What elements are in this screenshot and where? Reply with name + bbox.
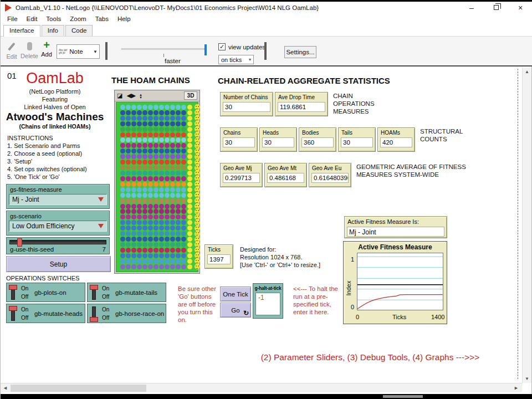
switch-gb-horse-race-on[interactable]: OnOffgb-horse-race-on bbox=[87, 304, 166, 323]
hoam-body-dot bbox=[181, 171, 186, 176]
world-resize-corner-icon[interactable]: ◪ bbox=[117, 92, 122, 99]
settings-button[interactable]: Settings... bbox=[284, 46, 316, 58]
widget-type-dropdown[interactable]: Abc defghi jkl Note ▼ bbox=[57, 44, 100, 59]
hoam-body-dot bbox=[170, 209, 175, 214]
monitor-label: Chains bbox=[223, 130, 255, 136]
update-mode-dropdown[interactable]: on ticks ▾ bbox=[218, 55, 254, 64]
hoam-tail-dot bbox=[187, 220, 192, 225]
scroll-left-icon[interactable]: ◄ bbox=[3, 385, 8, 391]
world-resize-vertical-icon[interactable]: ▴▾ bbox=[140, 93, 142, 99]
hoam-body-dot bbox=[126, 132, 131, 137]
view-updates-checkbox[interactable]: ✓ view updates bbox=[218, 43, 265, 50]
hoam-tail-dot bbox=[187, 253, 192, 258]
vertical-scrollbar[interactable]: ▲ ▼ bbox=[522, 68, 531, 383]
hoam-body-dot bbox=[176, 137, 181, 142]
switch-handle[interactable] bbox=[9, 306, 17, 311]
menu-tools[interactable]: Tools bbox=[42, 14, 65, 23]
hoam-body-dot bbox=[181, 165, 186, 170]
menu-edit[interactable]: Edit bbox=[22, 14, 42, 23]
hoam-body-dot bbox=[154, 242, 158, 247]
instruction-item: 4. Set ops switches (optional) bbox=[7, 165, 87, 173]
close-button[interactable]: × bbox=[508, 2, 532, 13]
delete-tool-button[interactable]: Delete bbox=[21, 42, 38, 59]
hoam-body-dot bbox=[142, 253, 147, 258]
switch-gb-plots-on[interactable]: OnOffgb-plots-on bbox=[6, 283, 85, 302]
hoam-head-smiley bbox=[195, 203, 200, 209]
scroll-up-icon[interactable]: ▲ bbox=[523, 69, 531, 74]
hoam-body-dot bbox=[126, 160, 131, 165]
switch-handle[interactable] bbox=[90, 285, 98, 290]
hoam-body-dot bbox=[159, 237, 164, 242]
hoam-head-smiley bbox=[195, 237, 200, 242]
setup-button[interactable]: Setup bbox=[6, 256, 111, 272]
hoam-tail-dot bbox=[187, 149, 192, 154]
minimize-button[interactable]: – bbox=[459, 2, 484, 13]
menu-zoom[interactable]: Zoom bbox=[65, 14, 90, 23]
chooser-select[interactable]: Low Odum Efficiency bbox=[9, 221, 107, 232]
hoam-body-dot bbox=[170, 127, 175, 132]
chooser-value: Mj - Joint bbox=[12, 196, 39, 203]
tab-code[interactable]: Code bbox=[65, 25, 93, 36]
switch-handle[interactable] bbox=[90, 317, 98, 322]
world-resize-horizontal-icon[interactable]: ◀▶ bbox=[126, 92, 136, 99]
scroll-right-icon[interactable]: ► bbox=[514, 385, 519, 391]
restore-button[interactable] bbox=[484, 2, 508, 13]
active-fitness-measure-plot: Active Fitness Measure 1 0 Index 0 Ticks… bbox=[343, 241, 447, 324]
hoam-body-dot bbox=[176, 214, 181, 219]
world-view: ◪ ◀▶ ▴▾ 3D bbox=[114, 90, 200, 274]
hoam-body-dot bbox=[181, 209, 186, 214]
y-axis-tick-0: 0 bbox=[351, 304, 354, 310]
hoam-tail-dot bbox=[187, 264, 192, 269]
switch-gb-mutate-tails[interactable]: OnOffgb-mutate-tails bbox=[87, 283, 166, 302]
menu-file[interactable]: File bbox=[3, 14, 22, 23]
horizontal-scrollbar[interactable]: ◄ ► bbox=[1, 383, 522, 392]
edit-tool-button[interactable]: Edit bbox=[4, 42, 19, 60]
tab-info[interactable]: Info bbox=[42, 25, 64, 36]
speed-slider-handle[interactable] bbox=[204, 44, 207, 55]
hoam-body-dot bbox=[142, 231, 147, 236]
scroll-down-icon[interactable]: ▼ bbox=[523, 376, 531, 381]
add-widget-button[interactable]: + Add bbox=[39, 40, 54, 58]
world-3d-button[interactable]: 3D bbox=[184, 91, 197, 100]
hoam-chain-row bbox=[116, 121, 198, 126]
tab-interface[interactable]: Interface bbox=[3, 25, 40, 37]
chooser-select[interactable]: Mj - Joint bbox=[9, 194, 107, 205]
hoam-chain-row bbox=[116, 105, 198, 110]
halt-at-tick-input[interactable]: -1 bbox=[255, 293, 280, 315]
menu-help[interactable]: Help bbox=[113, 14, 135, 23]
one-tick-button[interactable]: One Tick bbox=[220, 287, 251, 301]
switch-onoff-labels: OnOff bbox=[102, 284, 109, 301]
hoam-body-dot bbox=[176, 187, 181, 192]
speed-slider-track[interactable] bbox=[121, 48, 204, 50]
horizontal-scrollbar-thumb[interactable] bbox=[11, 385, 146, 392]
hoam-body-dot bbox=[170, 226, 175, 231]
hoam-body-dot bbox=[159, 143, 164, 148]
world-canvas[interactable] bbox=[116, 102, 198, 272]
switch-handle[interactable] bbox=[9, 285, 17, 290]
hoam-body-dot bbox=[126, 187, 131, 192]
hoam-body-dot bbox=[181, 132, 186, 137]
fitness-plot-canvas bbox=[357, 253, 443, 310]
monitor-value: 0.299713 bbox=[223, 173, 260, 183]
hoam-body-dot bbox=[176, 143, 181, 148]
menu-tabs[interactable]: Tabs bbox=[91, 14, 113, 23]
hoam-body-dot bbox=[165, 253, 170, 258]
monitor-value: Mj - Joint bbox=[347, 227, 444, 237]
hoam-body-dot bbox=[126, 143, 131, 148]
hoam-body-dot bbox=[148, 154, 153, 159]
go-button[interactable]: Go ↻ bbox=[220, 303, 251, 318]
switch-gb-mutate-heads[interactable]: OnOffgb-mutate-heads bbox=[6, 304, 85, 323]
hoam-body-dot bbox=[148, 105, 153, 110]
hoam-head-smiley bbox=[195, 104, 200, 110]
hoam-body-dot bbox=[120, 242, 125, 247]
slider-track[interactable] bbox=[9, 240, 106, 244]
hoam-body-dot bbox=[120, 143, 125, 148]
hoam-body-dot bbox=[170, 116, 175, 121]
hoam-body-dot bbox=[148, 176, 153, 181]
hoam-chain-row bbox=[116, 132, 198, 137]
hoam-head-smiley bbox=[195, 132, 200, 137]
hoam-body-dot bbox=[131, 198, 136, 203]
hoam-body-dot bbox=[137, 160, 142, 165]
checkbox-checked-icon: ✓ bbox=[218, 43, 226, 50]
slider-handle[interactable] bbox=[17, 238, 22, 247]
